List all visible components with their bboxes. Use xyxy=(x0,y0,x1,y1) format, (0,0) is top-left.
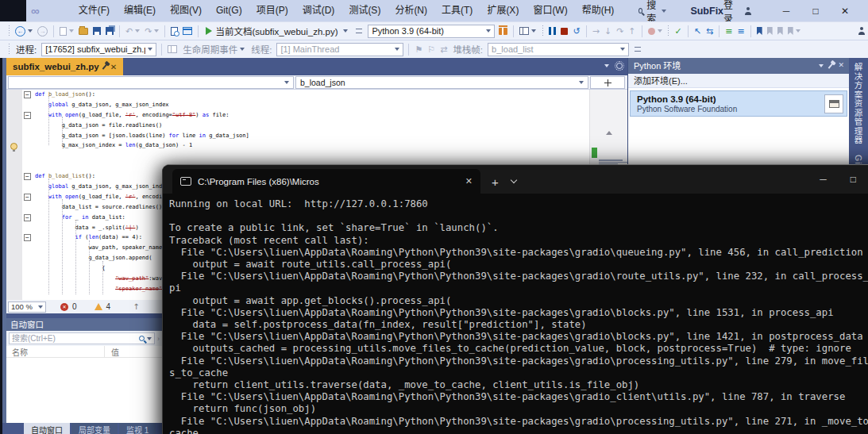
menu-item-6[interactable]: 测试(S) xyxy=(341,0,388,21)
menu-item-4[interactable]: 项目(P) xyxy=(249,0,295,21)
menu-item-5[interactable]: 调试(D) xyxy=(295,0,342,21)
redo-icon[interactable]: ↷ xyxy=(142,23,161,39)
prev-issue-icon[interactable]: ↑ xyxy=(133,302,139,311)
menu-item-10[interactable]: 窗口(W) xyxy=(526,0,574,21)
member-dropdown[interactable]: b_load_json xyxy=(295,76,588,89)
tab-list-chevron-icon[interactable] xyxy=(604,64,609,67)
close-icon[interactable]: ✕ xyxy=(838,62,844,68)
new-file-icon[interactable] xyxy=(57,23,76,39)
python-version-combo[interactable]: Python 3.9 (64-bit) xyxy=(368,25,495,38)
menu-item-1[interactable]: 编辑(E) xyxy=(117,0,163,21)
spell-check-icon[interactable]: ✓ xyxy=(673,23,685,39)
fold-collapse-icon[interactable] xyxy=(24,112,31,119)
window-menu-chevron-icon[interactable] xyxy=(819,64,824,67)
new-tab-button[interactable]: + xyxy=(492,175,499,189)
step-into-icon[interactable]: ↓ xyxy=(602,23,614,39)
save-icon[interactable] xyxy=(91,23,103,39)
gift-icon[interactable] xyxy=(496,23,510,39)
user-icon[interactable] xyxy=(744,7,749,15)
tool-window-tab-0[interactable]: 自动窗口 xyxy=(24,423,70,434)
minimize-button[interactable]: ─ xyxy=(820,174,827,185)
column-header-name[interactable]: 名称 xyxy=(6,346,105,358)
next-bookmark-icon[interactable] xyxy=(775,23,785,39)
warning-icon[interactable] xyxy=(95,303,102,310)
process-combo[interactable]: [17652] subfix_webui_zh.py xyxy=(41,43,156,56)
fold-collapse-icon[interactable] xyxy=(24,214,31,221)
maximize-button[interactable]: □ xyxy=(851,174,856,185)
split-window-button[interactable] xyxy=(590,76,625,89)
panel-title-bar[interactable]: Python 环境 ✕ xyxy=(628,58,849,74)
bookmark-icon[interactable] xyxy=(754,23,765,39)
step-out-icon[interactable]: ↑ xyxy=(626,23,638,39)
swap-lines-icon[interactable]: ⇆ xyxy=(704,23,716,39)
menu-item-2[interactable]: 视图(V) xyxy=(163,0,209,21)
autos-title[interactable]: 自动窗口 xyxy=(6,318,162,331)
error-icon[interactable] xyxy=(60,303,68,311)
show-next-statement-icon[interactable]: → xyxy=(590,23,602,39)
pin-icon[interactable] xyxy=(828,63,834,68)
sign-in-button[interactable]: 登录 xyxy=(723,0,736,25)
editor-tab-active[interactable]: subfix_webui_zh.py ✕ xyxy=(6,58,123,75)
tool-window-tab-1[interactable]: 局部变量 xyxy=(71,423,118,434)
tab-dropdown-chevron-icon[interactable] xyxy=(511,171,516,186)
close-button[interactable]: ✕ xyxy=(836,6,854,17)
forward-icon[interactable] xyxy=(35,23,50,39)
toolbar-overflow-icon[interactable]: › xyxy=(157,335,160,343)
maximize-button[interactable]: □ xyxy=(807,6,824,17)
zoom-dropdown[interactable]: 100 % xyxy=(8,301,46,313)
undo-icon[interactable]: ↶ xyxy=(123,23,142,39)
fold-collapse-icon[interactable] xyxy=(24,91,31,98)
tab-close-icon[interactable]: ✕ xyxy=(465,176,473,186)
start-debug-button[interactable]: 当前文档(subfix_webui_zh.py) xyxy=(202,25,352,37)
prev-bookmark-icon[interactable] xyxy=(765,23,775,39)
menu-item-7[interactable]: 分析(N) xyxy=(388,0,434,21)
menu-item-8[interactable]: 工具(T) xyxy=(434,0,480,21)
pin-icon[interactable] xyxy=(102,63,107,69)
terminal-output[interactable]: Running on local URL: http://127.0.0.1:7… xyxy=(163,194,868,434)
terminal-window[interactable]: C:\Program Files (x86)\Micros ✕ + ─ □ Ru… xyxy=(162,164,868,434)
gear-icon[interactable] xyxy=(616,63,623,69)
open-interactive-window-button[interactable] xyxy=(824,94,843,113)
browser-icon[interactable] xyxy=(180,23,195,39)
flag-icon[interactable]: ⚑ xyxy=(412,41,425,57)
chevron-down-icon[interactable] xyxy=(147,337,152,340)
breakpoint-settings-icon[interactable] xyxy=(646,23,665,39)
add-environment-link[interactable]: 添加环境(E)... xyxy=(628,74,849,88)
window-layout-icon[interactable] xyxy=(517,23,538,39)
stack-frame-combo[interactable]: b_load_list xyxy=(488,43,629,56)
restart-icon[interactable]: ↺ xyxy=(570,23,582,39)
autos-search-box[interactable] xyxy=(9,332,155,344)
open-folder-icon[interactable] xyxy=(76,23,91,39)
flag-outline-icon[interactable]: ⚐ xyxy=(425,41,438,57)
switch-thread-icon[interactable]: ⇄ xyxy=(438,41,449,57)
fold-collapse-icon[interactable] xyxy=(24,234,31,241)
outdent-icon[interactable]: ≡ xyxy=(735,23,746,39)
stop-icon[interactable] xyxy=(558,23,570,39)
fold-collapse-icon[interactable] xyxy=(24,173,31,180)
search-input[interactable] xyxy=(12,334,137,343)
save-all-icon[interactable] xyxy=(103,23,116,39)
thread-combo[interactable]: [1] MainThread xyxy=(276,43,403,56)
search-box[interactable]: 搜索 xyxy=(634,0,671,25)
menu-item-11[interactable]: 帮助(H) xyxy=(575,0,622,21)
column-header-value[interactable]: 值 xyxy=(105,346,119,358)
tool-window-tab-2[interactable]: 监视 1 xyxy=(119,423,156,434)
lifecycle-events-icon[interactable] xyxy=(165,41,179,57)
environment-list-item-selected[interactable]: Python 3.9 (64-bit) Python Software Foun… xyxy=(630,90,847,117)
terminal-tab-active[interactable]: C:\Program Files (x86)\Micros ✕ xyxy=(172,169,480,194)
pause-icon[interactable] xyxy=(546,23,558,39)
menu-item-0[interactable]: 文件(F) xyxy=(71,0,117,21)
step-over-icon[interactable]: ↷ xyxy=(614,23,626,39)
fold-collapse-icon[interactable] xyxy=(24,194,31,201)
back-icon[interactable] xyxy=(13,23,35,39)
menu-item-3[interactable]: Git(G) xyxy=(209,0,249,21)
find-in-code-icon[interactable] xyxy=(168,23,180,39)
auto-hide-tab-0[interactable]: 解决方案资源管理器 xyxy=(853,63,865,145)
send-feedback-icon[interactable] xyxy=(855,23,868,39)
type-dropdown[interactable] xyxy=(8,76,294,89)
minimize-button[interactable]: ─ xyxy=(777,6,795,17)
tab-close-icon[interactable]: ✕ xyxy=(110,63,117,71)
pointer-select-icon[interactable]: ↖ xyxy=(692,23,704,39)
menu-item-9[interactable]: 扩展(X) xyxy=(480,0,526,21)
scroll-up-icon[interactable] xyxy=(606,131,612,135)
